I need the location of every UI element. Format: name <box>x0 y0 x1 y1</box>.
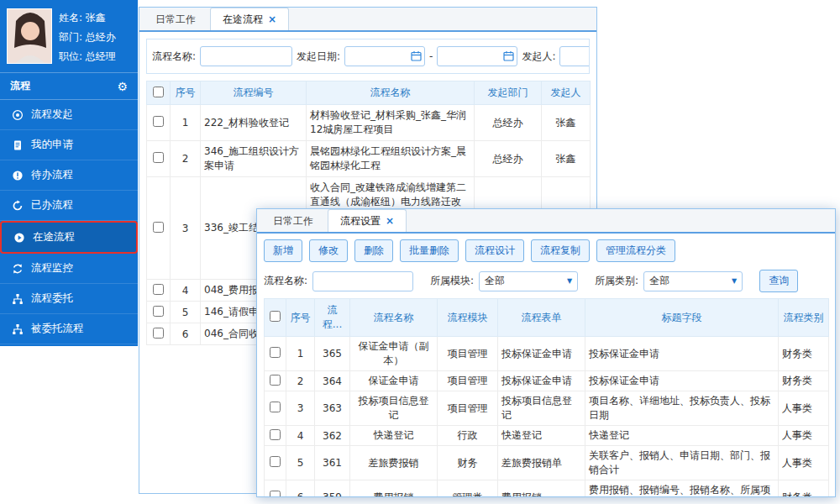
search-button[interactable]: 查询 <box>759 270 798 292</box>
cell-category: 财务类 <box>779 480 829 498</box>
sidebar-item-process-monitoring[interactable]: 流程监控 <box>0 254 138 284</box>
tab-in-transit-processes[interactable]: 在途流程× <box>210 8 289 30</box>
batch-delete-button[interactable]: 批量删除 <box>400 239 459 262</box>
cell-category: 人事类 <box>779 446 829 480</box>
cell-id: 363 <box>315 391 350 426</box>
col-header-code: 流程编号 <box>201 81 307 105</box>
sidebar-item-my-applications[interactable]: 我的申请 <box>0 130 138 160</box>
row-checkbox[interactable] <box>270 429 281 440</box>
row-checkbox[interactable] <box>153 116 164 127</box>
row-checkbox[interactable] <box>153 328 164 339</box>
cell-name: 晨铭园林绿化工程组织设计方案_晨铭园林绿化工程 <box>307 141 475 177</box>
col-header-id: 流程... <box>315 299 350 337</box>
row-checkbox[interactable] <box>270 491 281 497</box>
add-button[interactable]: 新增 <box>264 239 302 262</box>
modify-button[interactable]: 修改 <box>309 239 348 262</box>
date-separator: - <box>429 50 433 62</box>
chevron-down-icon: ▼ <box>732 277 737 285</box>
cell-category: 财务类 <box>779 371 829 391</box>
manage-process-category-button[interactable]: 管理流程分类 <box>596 239 675 262</box>
table-row[interactable]: 2 346_施工组织设计方案申请 晨铭园林绿化工程组织设计方案_晨铭园林绿化工程… <box>147 141 591 177</box>
col-header-form: 流程表单 <box>498 299 585 337</box>
col-header-no: 序号 <box>171 81 201 105</box>
cell-name: 快递登记 <box>350 426 438 446</box>
table-row[interactable]: 1 222_材料验收登记 材料验收登记_材料采购_张鑫_华润12城房屋工程项目 … <box>147 105 591 141</box>
cell-name: 投标项目信息登记 <box>350 391 438 426</box>
module-label: 所属模块: <box>430 274 474 288</box>
row-checkbox[interactable] <box>270 456 281 467</box>
cell-name: 差旅费报销 <box>350 446 438 480</box>
cell-id: 362 <box>315 426 350 446</box>
profile-dept: 部门: 总经办 <box>59 30 116 45</box>
cell-no: 5 <box>286 446 315 480</box>
cell-module: 项目管理 <box>438 337 498 371</box>
table-row[interactable]: 3 363 投标项目信息登记 项目管理 投标项目信息登记 项目名称、详细地址、投… <box>265 391 829 426</box>
cell-no: 3 <box>171 177 201 280</box>
org-chart-icon <box>12 293 24 305</box>
row-checkbox[interactable] <box>270 402 281 412</box>
chevron-down-icon: ▼ <box>567 277 572 285</box>
tab-daily-work[interactable]: 日常工作 <box>260 209 326 232</box>
row-checkbox[interactable] <box>153 284 164 295</box>
broadcast-icon <box>12 109 24 121</box>
cell-module: 财务 <box>438 446 498 480</box>
module-select[interactable]: 全部 ▼ <box>479 271 578 291</box>
cell-no: 4 <box>171 280 201 302</box>
delete-button[interactable]: 删除 <box>354 239 393 262</box>
process-copy-button[interactable]: 流程复制 <box>531 239 590 262</box>
process-name-input[interactable] <box>312 271 413 291</box>
table-row[interactable]: 5 361 差旅费报销 财务 差旅费报销单 关联客户、报销人、申请日期、部门、报… <box>265 446 829 480</box>
col-header-no: 序号 <box>286 299 315 337</box>
sidebar-item-process-delegation[interactable]: 流程委托 <box>0 284 138 314</box>
cell-no: 1 <box>286 337 315 371</box>
col-header-title-field: 标题字段 <box>585 299 779 337</box>
window1-filter-bar: 流程名称: 发起日期: - 发起人: <box>146 39 590 74</box>
tab-process-settings[interactable]: 流程设置× <box>328 209 407 232</box>
table-row[interactable]: 2 364 保证金申请 项目管理 投标保证金申请 投标保证金申请 财务类 <box>265 371 829 391</box>
select-all-checkbox[interactable] <box>153 87 164 97</box>
sidebar-item-completed-processes[interactable]: 已办流程 <box>0 191 138 221</box>
process-name-input[interactable] <box>200 46 292 66</box>
process-design-button[interactable]: 流程设计 <box>465 239 524 262</box>
sidebar-item-delegated-processes[interactable]: 被委托流程 <box>0 314 138 344</box>
row-checkbox[interactable] <box>153 152 164 163</box>
cell-person: 张鑫 <box>542 105 591 141</box>
col-header-module: 流程模块 <box>438 299 498 337</box>
cell-name: 保证金申请（副本） <box>350 337 438 371</box>
col-header-category: 流程类别 <box>779 299 829 337</box>
table-row[interactable]: 4 362 快递登记 行政 快递登记 快递登记 人事类 <box>265 426 829 446</box>
calendar-icon[interactable] <box>503 50 514 61</box>
cell-no: 6 <box>286 480 315 498</box>
initiator-input[interactable] <box>559 46 590 66</box>
row-checkbox[interactable] <box>270 347 281 358</box>
cell-id: 364 <box>315 371 350 391</box>
table-row[interactable]: 6 359 费用报销 管理类 费用报销 费用报销、报销编号、报销名称、所属项目 … <box>265 480 829 498</box>
select-all-checkbox[interactable] <box>270 311 281 322</box>
cell-form: 投标保证金申请 <box>498 337 585 371</box>
row-checkbox[interactable] <box>153 306 164 317</box>
window2-filter-bar: 流程名称: 所属模块: 全部 ▼ 所属类别: 全部 ▼ 查询 <box>257 266 835 298</box>
row-checkbox[interactable] <box>153 222 164 233</box>
process-settings-window: 日常工作 流程设置× 新增 修改 删除 批量删除 流程设计 流程复制 管理流程分… <box>256 208 836 497</box>
sidebar-item-pending-processes[interactable]: 待办流程 <box>0 160 138 191</box>
cell-name: 保证金申请 <box>350 371 438 391</box>
sync-arrows-icon <box>12 263 24 275</box>
sidebar-item-process-initiate[interactable]: 流程发起 <box>0 100 138 130</box>
calendar-icon[interactable] <box>411 50 422 61</box>
table-row[interactable]: 1 365 保证金申请（副本） 项目管理 投标保证金申请 投标保证金申请 财务类 <box>265 337 829 371</box>
profile-title: 职位: 总经理 <box>59 50 116 64</box>
gear-icon[interactable]: ⚙ <box>117 81 128 92</box>
process-name-label: 流程名称: <box>264 274 307 288</box>
close-icon[interactable]: × <box>268 13 276 25</box>
user-profile: 姓名: 张鑫 部门: 总经办 职位: 总经理 <box>0 0 138 72</box>
cell-person: 张鑫 <box>542 141 591 177</box>
cell-module: 管理类 <box>438 480 498 498</box>
close-icon[interactable]: × <box>386 215 394 227</box>
cell-code: 222_材料验收登记 <box>201 105 307 141</box>
category-select[interactable]: 全部 ▼ <box>643 271 743 291</box>
cell-title-field: 投标保证金申请 <box>585 371 779 391</box>
row-checkbox[interactable] <box>270 375 281 386</box>
process-settings-table: 序号 流程... 流程名称 流程模块 流程表单 标题字段 流程类别 1 365 … <box>264 298 829 497</box>
sidebar-item-in-transit-processes[interactable]: 在途流程 <box>0 221 138 254</box>
tab-daily-work[interactable]: 日常工作 <box>143 8 208 30</box>
